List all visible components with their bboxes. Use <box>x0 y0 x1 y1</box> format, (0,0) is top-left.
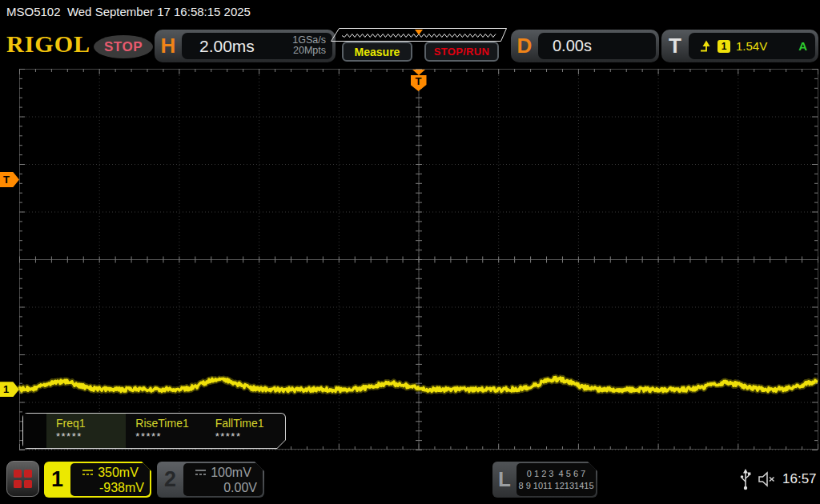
channel1-number: 1 <box>44 462 70 498</box>
delay-label: D <box>511 34 538 58</box>
clock: 16:57 <box>782 471 817 487</box>
logic-channels-row1: 0 1 2 3 4 5 6 7 <box>527 468 585 480</box>
measurement-label: Freq1 <box>56 417 126 430</box>
delay-value: 0.00s <box>553 37 592 55</box>
datetime: Wed September 17 16:58:15 2025 <box>67 5 251 18</box>
dc-coupling-icon <box>195 469 207 476</box>
stop-run-button[interactable]: STOP/RUN <box>424 42 499 62</box>
stop-run-button-label: STOP/RUN <box>434 46 489 58</box>
trigger-inner: 1 1.54V A <box>689 33 815 59</box>
channel1-tab[interactable]: 1 350mV -938mV <box>44 462 151 498</box>
logic-channels-row2: 8 9 1011 12131415 <box>519 480 594 492</box>
horizontal-label: H <box>155 34 182 58</box>
bottom-bar: 1 350mV -938mV 2 <box>0 458 820 504</box>
channel1-scale: 350mV <box>98 465 139 480</box>
logic-analyzer-tab[interactable]: L 0 1 2 3 4 5 6 7 8 9 1011 12131415 <box>492 462 597 498</box>
grid-icon <box>14 470 32 488</box>
trigger-settings[interactable]: T 1 1.54V A <box>661 30 818 62</box>
trigger-source-badge: 1 <box>718 40 730 53</box>
measure-button[interactable]: Measure <box>342 42 412 62</box>
measurement-item-falltime1[interactable]: FallTime1 ***** <box>206 414 285 448</box>
measurement-label: FallTime1 <box>215 417 285 430</box>
speaker-muted-icon <box>758 471 776 487</box>
measure-button-label: Measure <box>355 46 400 58</box>
logic-label: L <box>492 462 517 498</box>
usb-icon <box>740 469 751 490</box>
horizontal-inner: 2.00ms 1GSa/s 20Mpts <box>182 33 332 59</box>
acquisition-status-label: STOP <box>104 39 143 55</box>
oscilloscope-screen: MSO5102 Wed September 17 16:58:15 2025 R… <box>0 0 820 504</box>
menu-grid-button[interactable] <box>6 461 39 497</box>
delay-inner: 0.00s <box>538 33 656 59</box>
channel2-tab[interactable]: 2 100mV 0.00V <box>157 462 264 498</box>
acquisition-rates: 1GSa/s 20Mpts <box>292 35 326 56</box>
horizontal-settings[interactable]: H 2.00ms 1GSa/s 20Mpts <box>155 30 336 62</box>
delay-settings[interactable]: D 0.00s <box>511 30 659 62</box>
trigger-position-marker[interactable]: T <box>410 70 428 91</box>
measurement-panel[interactable]: Freq1 ***** RiseTime1 ***** FallTime1 **… <box>22 413 286 449</box>
channel2-scale: 100mV <box>211 465 251 480</box>
measurement-value: ***** <box>135 430 205 442</box>
trigger-label: T <box>661 34 689 58</box>
measurement-value: ***** <box>56 430 126 442</box>
trigger-position-arrow-icon <box>412 70 425 75</box>
scope-canvas <box>0 68 820 450</box>
measurement-item-risetime1[interactable]: RiseTime1 ***** <box>126 414 205 448</box>
memory-depth: 20Mpts <box>292 46 326 56</box>
acquisition-status-badge: STOP <box>94 35 153 58</box>
timebase-value: 2.00ms <box>199 37 255 56</box>
channel2-number: 2 <box>157 462 183 498</box>
channel1-offset: -938mV <box>76 480 144 495</box>
trigger-position-badge: T <box>411 75 427 91</box>
measurement-label: RiseTime1 <box>135 417 205 430</box>
channel2-offset: 0.00V <box>189 480 257 495</box>
trigger-mode: A <box>798 39 807 53</box>
model-name: MSO5102 <box>6 5 61 18</box>
header-bar: RIGOL STOP H 2.00ms 1GSa/s 20Mpts Measur… <box>0 24 820 68</box>
measurement-spacer-cell <box>23 414 46 448</box>
titlebar: MSO5102 Wed September 17 16:58:15 2025 <box>6 5 251 18</box>
waveform-overview-ribbon[interactable] <box>330 27 508 42</box>
trigger-level-value: 1.54V <box>736 39 767 53</box>
measurement-value: ***** <box>215 430 285 442</box>
status-icons: 16:57 <box>740 467 820 491</box>
rigol-logo: RIGOL <box>6 30 90 58</box>
dc-coupling-icon <box>82 469 94 476</box>
measurement-item-freq1[interactable]: Freq1 ***** <box>46 414 126 448</box>
rising-edge-icon <box>700 40 712 52</box>
